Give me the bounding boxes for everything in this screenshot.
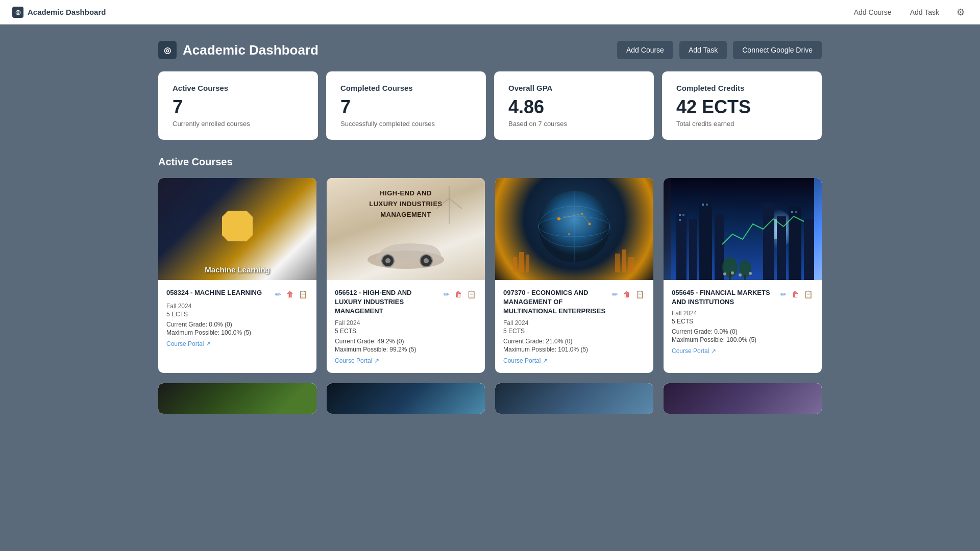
course-code-economics: 097370 - ECONOMICS AND MANAGEMENT OF MUL… [503, 288, 607, 316]
courses-grid: Machine Learning 058324 - MACHINE LEARNI… [158, 178, 822, 373]
course-ects-financial: 5 ECTS [672, 318, 814, 325]
top-nav-title: Academic Dashboard [28, 8, 106, 16]
course-delete-button-luxury[interactable]: 🗑 [454, 289, 463, 299]
svg-rect-36 [679, 214, 681, 216]
course-code-ml: 058324 - MACHINE LEARNING [166, 288, 270, 297]
stat-active-courses-label: Active Courses [173, 84, 304, 92]
course-ects-ml: 5 ECTS [166, 311, 308, 318]
course-actions-economics: ✏ 🗑 📋 [611, 289, 645, 299]
course-max-possible-ml: Maximum Possible: 100.0% (5) [166, 329, 308, 336]
stat-active-courses-value: 7 [173, 96, 304, 118]
stat-completed-courses-sub: Successfully completed courses [340, 120, 472, 128]
course-delete-button-ml[interactable]: 🗑 [285, 289, 295, 299]
svg-rect-35 [804, 219, 814, 280]
add-course-button[interactable]: Add Course [617, 41, 673, 59]
svg-rect-37 [682, 214, 684, 216]
course-portal-link-financial[interactable]: Course Portal ↗ [672, 347, 716, 355]
stat-card-active-courses: Active Courses 7 Currently enrolled cour… [158, 71, 318, 140]
svg-rect-32 [763, 204, 774, 280]
svg-point-3 [385, 258, 390, 263]
svg-point-48 [731, 271, 734, 274]
course-image-economics [495, 178, 653, 280]
course-portal-link-luxury[interactable]: Course Portal ↗ [335, 357, 379, 364]
partial-course-image-1 [158, 383, 316, 414]
course-delete-button-economics[interactable]: 🗑 [622, 289, 631, 299]
svg-rect-28 [676, 209, 687, 280]
stat-completed-credits-sub: Total credits earned [676, 120, 807, 128]
partial-course-card-4 [664, 383, 822, 414]
course-image-luxury [327, 178, 485, 280]
course-body-ml: 058324 - MACHINE LEARNING ✏ 🗑 📋 Fall 202… [158, 280, 316, 356]
dashboard-logo-icon: ◎ [158, 41, 177, 59]
course-header-row-luxury: 056512 - HIGH-END AND LUXURY INDUSTRIES … [335, 288, 477, 316]
course-image-ml-label: Machine Learning [158, 265, 316, 274]
external-link-icon-ml: ↗ [206, 340, 211, 347]
course-semester-financial: Fall 2024 [672, 310, 814, 317]
course-task-button-financial[interactable]: 📋 [803, 289, 814, 299]
course-image-ml: Machine Learning [158, 178, 316, 280]
course-max-possible-economics: Maximum Possible: 101.0% (5) [503, 346, 645, 353]
svg-rect-31 [715, 214, 724, 280]
course-card-ml: Machine Learning 058324 - MACHINE LEARNI… [158, 178, 316, 373]
course-card-luxury: 056512 - HIGH-END AND LUXURY INDUSTRIES … [327, 178, 485, 373]
partial-course-image-2 [327, 383, 485, 414]
partial-courses-row [158, 383, 822, 414]
partial-course-card-1 [158, 383, 316, 414]
stat-completed-credits-value: 42 ECTS [676, 96, 807, 118]
top-nav-add-task-button[interactable]: Add Task [906, 6, 943, 18]
course-edit-button-ml[interactable]: ✏ [274, 289, 282, 299]
external-link-icon-economics: ↗ [543, 357, 548, 364]
course-header-row-ml: 058324 - MACHINE LEARNING ✏ 🗑 📋 [166, 288, 308, 299]
course-image-financial [664, 178, 822, 280]
course-portal-link-economics[interactable]: Course Portal ↗ [503, 357, 548, 364]
top-nav-logo-icon: ◎ [12, 7, 23, 18]
course-card-economics: 097370 - ECONOMICS AND MANAGEMENT OF MUL… [495, 178, 653, 373]
partial-course-card-2 [327, 383, 485, 414]
course-current-grade-economics: Current Grade: 21.0% (0) [503, 338, 645, 345]
svg-rect-46 [744, 275, 746, 280]
course-semester-economics: Fall 2024 [503, 319, 645, 327]
dashboard-title: Academic Dashboard [183, 42, 318, 58]
course-delete-button-financial[interactable]: 🗑 [791, 289, 800, 299]
course-edit-button-luxury[interactable]: ✏ [443, 289, 451, 299]
svg-rect-38 [679, 219, 681, 221]
dashboard-brand: ◎ Academic Dashboard [158, 41, 318, 59]
partial-course-image-4 [664, 383, 822, 414]
course-actions-ml: ✏ 🗑 📋 [274, 289, 308, 299]
course-task-button-luxury[interactable]: 📋 [466, 289, 477, 299]
course-max-possible-luxury: Maximum Possible: 99.2% (5) [335, 346, 477, 353]
external-link-icon-financial: ↗ [711, 347, 716, 355]
stat-completed-courses-value: 7 [340, 96, 472, 118]
stat-overall-gpa-value: 4.86 [508, 96, 640, 118]
svg-rect-24 [628, 257, 634, 272]
luxury-car-svg [360, 234, 452, 270]
course-semester-luxury: Fall 2024 [335, 319, 477, 327]
course-ects-economics: 5 ECTS [503, 328, 645, 335]
top-nav-brand: ◎ Academic Dashboard [12, 7, 106, 18]
course-body-economics: 097370 - ECONOMICS AND MANAGEMENT OF MUL… [495, 280, 653, 373]
connect-google-drive-button[interactable]: Connect Google Drive [733, 41, 822, 59]
svg-point-4 [424, 258, 429, 263]
course-code-financial: 055645 - FINANCIAL MARKETS AND INSTITUTI… [672, 288, 775, 307]
svg-rect-20 [519, 252, 524, 272]
svg-point-47 [723, 272, 726, 276]
course-body-financial: 055645 - FINANCIAL MARKETS AND INSTITUTI… [664, 280, 822, 363]
course-edit-button-economics[interactable]: ✏ [611, 289, 619, 299]
course-ects-luxury: 5 ECTS [335, 328, 477, 335]
stat-card-completed-courses: Completed Courses 7 Successfully complet… [326, 71, 486, 140]
add-task-button[interactable]: Add Task [679, 41, 727, 59]
course-portal-link-ml[interactable]: Course Portal ↗ [166, 340, 211, 347]
course-edit-button-financial[interactable]: ✏ [779, 289, 788, 299]
svg-rect-21 [526, 255, 529, 272]
svg-rect-39 [702, 204, 704, 206]
settings-icon[interactable]: ⚙ [953, 5, 968, 19]
course-current-grade-luxury: Current Grade: 49.2% (0) [335, 338, 477, 345]
top-nav-add-course-button[interactable]: Add Course [850, 6, 896, 18]
stat-completed-credits-label: Completed Credits [676, 84, 807, 92]
course-task-button-ml[interactable]: 📋 [298, 289, 308, 299]
svg-rect-40 [706, 204, 708, 206]
partial-course-image-3 [495, 383, 653, 414]
course-task-button-economics[interactable]: 📋 [634, 289, 645, 299]
svg-point-50 [749, 272, 752, 275]
stat-active-courses-sub: Currently enrolled courses [173, 120, 304, 128]
